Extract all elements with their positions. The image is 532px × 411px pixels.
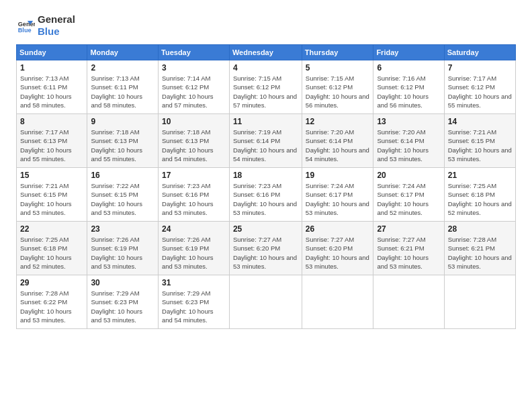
day-number: 11: [233, 117, 298, 126]
calendar-day-cell: 1 Sunrise: 7:13 AMSunset: 6:11 PMDayligh…: [17, 60, 87, 114]
day-detail: Sunrise: 7:24 AMSunset: 6:17 PMDaylight:…: [377, 182, 429, 216]
day-number: 3: [162, 63, 226, 73]
day-detail: Sunrise: 7:18 AMSunset: 6:13 PMDaylight:…: [91, 128, 142, 163]
empty-cell: [229, 275, 302, 329]
calendar-day-cell: 19 Sunrise: 7:24 AMSunset: 6:17 PMDaylig…: [302, 168, 373, 222]
calendar-day-cell: 12 Sunrise: 7:20 AMSunset: 6:14 PMDaylig…: [302, 114, 373, 168]
svg-text:Blue: Blue: [18, 27, 32, 34]
day-detail: Sunrise: 7:17 AMSunset: 6:12 PMDaylight:…: [448, 75, 512, 109]
day-detail: Sunrise: 7:26 AMSunset: 6:19 PMDaylight:…: [162, 236, 214, 270]
day-detail: Sunrise: 7:22 AMSunset: 6:15 PMDaylight:…: [91, 182, 142, 216]
calendar-day-cell: 18 Sunrise: 7:23 AMSunset: 6:16 PMDaylig…: [229, 168, 302, 222]
col-header-thursday: Thursday: [302, 45, 373, 60]
day-number: 28: [448, 224, 512, 234]
day-number: 26: [306, 224, 370, 234]
col-header-sunday: Sunday: [17, 45, 87, 60]
day-number: 16: [91, 171, 154, 180]
day-detail: Sunrise: 7:23 AMSunset: 6:16 PMDaylight:…: [233, 182, 297, 216]
calendar-day-cell: 4 Sunrise: 7:15 AMSunset: 6:12 PMDayligh…: [229, 60, 302, 114]
col-header-wednesday: Wednesday: [229, 45, 302, 60]
calendar-day-cell: 8 Sunrise: 7:17 AMSunset: 6:13 PMDayligh…: [17, 114, 87, 168]
calendar-day-cell: 28 Sunrise: 7:28 AMSunset: 6:21 PMDaylig…: [444, 222, 515, 275]
col-header-monday: Monday: [87, 45, 159, 60]
calendar-day-cell: 25 Sunrise: 7:27 AMSunset: 6:20 PMDaylig…: [229, 222, 302, 275]
day-number: 6: [377, 63, 440, 73]
day-detail: Sunrise: 7:27 AMSunset: 6:20 PMDaylight:…: [306, 236, 369, 270]
empty-cell: [373, 275, 444, 329]
day-number: 19: [306, 171, 370, 180]
day-detail: Sunrise: 7:14 AMSunset: 6:12 PMDaylight:…: [162, 75, 214, 109]
page: General Blue General Blue SundayMondayTu…: [0, 0, 532, 411]
day-number: 18: [233, 171, 298, 180]
col-header-friday: Friday: [373, 45, 444, 60]
day-number: 10: [162, 117, 226, 126]
calendar-day-cell: 9 Sunrise: 7:18 AMSunset: 6:13 PMDayligh…: [87, 114, 159, 168]
day-number: 31: [162, 278, 226, 287]
day-detail: Sunrise: 7:28 AMSunset: 6:21 PMDaylight:…: [448, 236, 512, 270]
calendar-day-cell: 10 Sunrise: 7:18 AMSunset: 6:13 PMDaylig…: [159, 114, 230, 168]
calendar-day-cell: 21 Sunrise: 7:25 AMSunset: 6:18 PMDaylig…: [444, 168, 515, 222]
calendar-day-cell: 31 Sunrise: 7:29 AMSunset: 6:23 PMDaylig…: [159, 275, 230, 329]
calendar-day-cell: 2 Sunrise: 7:13 AMSunset: 6:11 PMDayligh…: [87, 60, 159, 114]
calendar-week-row: 1 Sunrise: 7:13 AMSunset: 6:11 PMDayligh…: [17, 60, 516, 114]
day-detail: Sunrise: 7:29 AMSunset: 6:23 PMDaylight:…: [91, 289, 142, 324]
calendar-day-cell: 6 Sunrise: 7:16 AMSunset: 6:12 PMDayligh…: [373, 60, 444, 114]
day-number: 24: [162, 224, 226, 234]
logo-text: General Blue: [38, 13, 75, 38]
day-detail: Sunrise: 7:28 AMSunset: 6:22 PMDaylight:…: [20, 289, 72, 324]
day-number: 25: [233, 224, 298, 234]
logo-icon: General Blue: [16, 16, 35, 35]
calendar-day-cell: 20 Sunrise: 7:24 AMSunset: 6:17 PMDaylig…: [373, 168, 444, 222]
day-detail: Sunrise: 7:20 AMSunset: 6:14 PMDaylight:…: [306, 128, 369, 163]
calendar-day-cell: 16 Sunrise: 7:22 AMSunset: 6:15 PMDaylig…: [87, 168, 159, 222]
calendar-week-row: 22 Sunrise: 7:25 AMSunset: 6:18 PMDaylig…: [17, 222, 516, 275]
col-header-saturday: Saturday: [444, 45, 515, 60]
day-number: 7: [448, 63, 512, 73]
day-number: 8: [20, 117, 83, 126]
calendar-day-cell: 26 Sunrise: 7:27 AMSunset: 6:20 PMDaylig…: [302, 222, 373, 275]
day-number: 9: [91, 117, 154, 126]
calendar-day-cell: 17 Sunrise: 7:23 AMSunset: 6:16 PMDaylig…: [159, 168, 230, 222]
empty-cell: [302, 275, 373, 329]
day-number: 14: [448, 117, 512, 126]
day-number: 17: [162, 171, 226, 180]
day-number: 27: [377, 224, 440, 234]
calendar-day-cell: 29 Sunrise: 7:28 AMSunset: 6:22 PMDaylig…: [17, 275, 87, 329]
calendar-day-cell: 15 Sunrise: 7:21 AMSunset: 6:15 PMDaylig…: [17, 168, 87, 222]
calendar-day-cell: 27 Sunrise: 7:27 AMSunset: 6:21 PMDaylig…: [373, 222, 444, 275]
header: General Blue General Blue: [16, 13, 516, 38]
day-detail: Sunrise: 7:23 AMSunset: 6:16 PMDaylight:…: [162, 182, 214, 216]
day-number: 21: [448, 171, 512, 180]
day-detail: Sunrise: 7:20 AMSunset: 6:14 PMDaylight:…: [377, 128, 429, 163]
logo: General Blue General Blue: [16, 13, 75, 38]
day-number: 15: [20, 171, 83, 180]
day-detail: Sunrise: 7:27 AMSunset: 6:21 PMDaylight:…: [377, 236, 429, 270]
calendar-day-cell: 13 Sunrise: 7:20 AMSunset: 6:14 PMDaylig…: [373, 114, 444, 168]
day-detail: Sunrise: 7:29 AMSunset: 6:23 PMDaylight:…: [162, 289, 214, 324]
calendar-week-row: 29 Sunrise: 7:28 AMSunset: 6:22 PMDaylig…: [17, 275, 516, 329]
day-number: 29: [20, 278, 83, 287]
calendar-day-cell: 30 Sunrise: 7:29 AMSunset: 6:23 PMDaylig…: [87, 275, 159, 329]
day-detail: Sunrise: 7:27 AMSunset: 6:20 PMDaylight:…: [233, 236, 297, 270]
day-number: 13: [377, 117, 440, 126]
day-detail: Sunrise: 7:21 AMSunset: 6:15 PMDaylight:…: [448, 128, 512, 163]
calendar-day-cell: 3 Sunrise: 7:14 AMSunset: 6:12 PMDayligh…: [159, 60, 230, 114]
day-detail: Sunrise: 7:19 AMSunset: 6:14 PMDaylight:…: [233, 128, 297, 163]
day-detail: Sunrise: 7:24 AMSunset: 6:17 PMDaylight:…: [306, 182, 369, 216]
day-detail: Sunrise: 7:16 AMSunset: 6:12 PMDaylight:…: [377, 75, 429, 109]
empty-cell: [444, 275, 515, 329]
day-number: 22: [20, 224, 83, 234]
calendar-day-cell: 24 Sunrise: 7:26 AMSunset: 6:19 PMDaylig…: [159, 222, 230, 275]
day-number: 1: [20, 63, 83, 73]
day-detail: Sunrise: 7:21 AMSunset: 6:15 PMDaylight:…: [20, 182, 72, 216]
day-number: 12: [306, 117, 370, 126]
calendar-week-row: 15 Sunrise: 7:21 AMSunset: 6:15 PMDaylig…: [17, 168, 516, 222]
calendar-day-cell: 11 Sunrise: 7:19 AMSunset: 6:14 PMDaylig…: [229, 114, 302, 168]
day-detail: Sunrise: 7:13 AMSunset: 6:11 PMDaylight:…: [91, 75, 142, 109]
day-number: 30: [91, 278, 154, 287]
calendar-day-cell: 5 Sunrise: 7:15 AMSunset: 6:12 PMDayligh…: [302, 60, 373, 114]
day-number: 20: [377, 171, 440, 180]
day-number: 4: [233, 63, 298, 73]
day-detail: Sunrise: 7:15 AMSunset: 6:12 PMDaylight:…: [233, 75, 297, 109]
day-detail: Sunrise: 7:18 AMSunset: 6:13 PMDaylight:…: [162, 128, 214, 163]
